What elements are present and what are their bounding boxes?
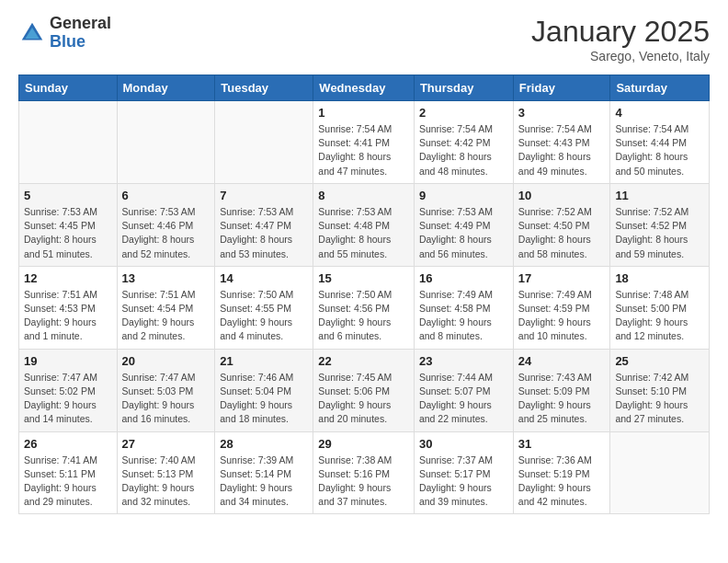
day-number: 25	[615, 354, 704, 368]
calendar-cell	[610, 431, 710, 514]
logo: General Blue	[18, 15, 111, 52]
day-number: 30	[419, 437, 508, 451]
day-number: 1	[318, 106, 409, 120]
calendar-cell: 20Sunrise: 7:47 AMSunset: 5:03 PMDayligh…	[117, 349, 215, 431]
calendar-week-row: 12Sunrise: 7:51 AMSunset: 4:53 PMDayligh…	[19, 266, 710, 349]
calendar-cell: 6Sunrise: 7:53 AMSunset: 4:46 PMDaylight…	[117, 183, 215, 266]
calendar-cell: 26Sunrise: 7:41 AMSunset: 5:11 PMDayligh…	[19, 431, 118, 514]
day-info: Sunrise: 7:37 AMSunset: 5:17 PMDaylight:…	[419, 454, 508, 510]
calendar-cell	[19, 101, 118, 184]
column-header-wednesday: Wednesday	[313, 75, 415, 101]
day-number: 12	[24, 271, 112, 285]
day-number: 29	[318, 437, 409, 451]
day-number: 10	[518, 189, 606, 202]
column-header-friday: Friday	[513, 75, 610, 101]
calendar-cell: 21Sunrise: 7:46 AMSunset: 5:04 PMDayligh…	[215, 349, 313, 431]
calendar-cell: 18Sunrise: 7:48 AMSunset: 5:00 PMDayligh…	[610, 266, 710, 349]
day-number: 4	[615, 106, 704, 120]
header: General Blue January 2025 Sarego, Veneto…	[18, 15, 710, 63]
day-number: 13	[122, 271, 210, 285]
day-info: Sunrise: 7:49 AMSunset: 4:58 PMDaylight:…	[419, 288, 508, 344]
day-info: Sunrise: 7:47 AMSunset: 5:03 PMDaylight:…	[122, 371, 210, 427]
day-number: 23	[419, 354, 508, 368]
month-title: January 2025	[531, 15, 710, 49]
day-info: Sunrise: 7:52 AMSunset: 4:52 PMDaylight:…	[615, 205, 704, 261]
calendar-cell: 8Sunrise: 7:53 AMSunset: 4:48 PMDaylight…	[313, 183, 415, 266]
day-info: Sunrise: 7:45 AMSunset: 5:06 PMDaylight:…	[318, 371, 409, 427]
day-number: 20	[122, 354, 210, 368]
calendar-cell: 29Sunrise: 7:38 AMSunset: 5:16 PMDayligh…	[313, 431, 415, 514]
calendar-cell: 19Sunrise: 7:47 AMSunset: 5:02 PMDayligh…	[19, 349, 118, 431]
column-header-sunday: Sunday	[19, 75, 118, 101]
column-header-saturday: Saturday	[610, 75, 710, 101]
calendar-cell: 4Sunrise: 7:54 AMSunset: 4:44 PMDaylight…	[610, 101, 710, 184]
day-number: 26	[24, 437, 112, 451]
calendar: SundayMondayTuesdayWednesdayThursdayFrid…	[18, 75, 710, 514]
calendar-cell: 30Sunrise: 7:37 AMSunset: 5:17 PMDayligh…	[414, 431, 513, 514]
day-info: Sunrise: 7:44 AMSunset: 5:07 PMDaylight:…	[419, 371, 508, 427]
calendar-cell: 16Sunrise: 7:49 AMSunset: 4:58 PMDayligh…	[414, 266, 513, 349]
calendar-cell: 1Sunrise: 7:54 AMSunset: 4:41 PMDaylight…	[313, 101, 415, 184]
day-info: Sunrise: 7:53 AMSunset: 4:47 PMDaylight:…	[220, 205, 308, 261]
logo-text: General Blue	[50, 15, 111, 52]
day-number: 19	[24, 354, 112, 368]
day-number: 22	[318, 354, 409, 368]
calendar-cell: 12Sunrise: 7:51 AMSunset: 4:53 PMDayligh…	[19, 266, 118, 349]
calendar-cell: 2Sunrise: 7:54 AMSunset: 4:42 PMDaylight…	[414, 101, 513, 184]
calendar-cell: 23Sunrise: 7:44 AMSunset: 5:07 PMDayligh…	[414, 349, 513, 431]
calendar-week-row: 1Sunrise: 7:54 AMSunset: 4:41 PMDaylight…	[19, 101, 710, 184]
day-info: Sunrise: 7:41 AMSunset: 5:11 PMDaylight:…	[24, 454, 112, 510]
day-number: 14	[220, 271, 308, 285]
day-number: 9	[419, 189, 508, 202]
day-info: Sunrise: 7:50 AMSunset: 4:55 PMDaylight:…	[220, 288, 308, 344]
day-number: 15	[318, 271, 409, 285]
calendar-cell: 22Sunrise: 7:45 AMSunset: 5:06 PMDayligh…	[313, 349, 415, 431]
day-number: 5	[24, 189, 112, 202]
day-number: 6	[122, 189, 210, 202]
day-info: Sunrise: 7:51 AMSunset: 4:53 PMDaylight:…	[24, 288, 112, 344]
calendar-header-row: SundayMondayTuesdayWednesdayThursdayFrid…	[19, 75, 710, 101]
day-number: 28	[220, 437, 308, 451]
calendar-cell: 11Sunrise: 7:52 AMSunset: 4:52 PMDayligh…	[610, 183, 710, 266]
day-info: Sunrise: 7:48 AMSunset: 5:00 PMDaylight:…	[615, 288, 704, 344]
page: General Blue January 2025 Sarego, Veneto…	[0, 0, 728, 529]
calendar-week-row: 26Sunrise: 7:41 AMSunset: 5:11 PMDayligh…	[19, 431, 710, 514]
day-number: 8	[318, 189, 409, 202]
day-info: Sunrise: 7:53 AMSunset: 4:49 PMDaylight:…	[419, 205, 508, 261]
day-number: 3	[518, 106, 606, 120]
calendar-cell: 28Sunrise: 7:39 AMSunset: 5:14 PMDayligh…	[215, 431, 313, 514]
day-info: Sunrise: 7:53 AMSunset: 4:45 PMDaylight:…	[24, 205, 112, 261]
calendar-cell: 5Sunrise: 7:53 AMSunset: 4:45 PMDaylight…	[19, 183, 118, 266]
day-number: 11	[615, 189, 704, 202]
day-info: Sunrise: 7:53 AMSunset: 4:46 PMDaylight:…	[122, 205, 210, 261]
day-info: Sunrise: 7:52 AMSunset: 4:50 PMDaylight:…	[518, 205, 606, 261]
day-info: Sunrise: 7:42 AMSunset: 5:10 PMDaylight:…	[615, 371, 704, 427]
day-info: Sunrise: 7:43 AMSunset: 5:09 PMDaylight:…	[518, 371, 606, 427]
column-header-monday: Monday	[117, 75, 215, 101]
day-info: Sunrise: 7:54 AMSunset: 4:44 PMDaylight:…	[615, 122, 704, 178]
day-info: Sunrise: 7:54 AMSunset: 4:41 PMDaylight:…	[318, 122, 409, 178]
calendar-week-row: 5Sunrise: 7:53 AMSunset: 4:45 PMDaylight…	[19, 183, 710, 266]
logo-general: General	[50, 15, 111, 33]
calendar-cell: 10Sunrise: 7:52 AMSunset: 4:50 PMDayligh…	[513, 183, 610, 266]
subtitle: Sarego, Veneto, Italy	[531, 49, 710, 63]
day-info: Sunrise: 7:49 AMSunset: 4:59 PMDaylight:…	[518, 288, 606, 344]
day-info: Sunrise: 7:46 AMSunset: 5:04 PMDaylight:…	[220, 371, 308, 427]
day-number: 31	[518, 437, 606, 451]
day-number: 7	[220, 189, 308, 202]
calendar-cell: 27Sunrise: 7:40 AMSunset: 5:13 PMDayligh…	[117, 431, 215, 514]
calendar-cell: 9Sunrise: 7:53 AMSunset: 4:49 PMDaylight…	[414, 183, 513, 266]
day-info: Sunrise: 7:54 AMSunset: 4:43 PMDaylight:…	[518, 122, 606, 178]
day-info: Sunrise: 7:50 AMSunset: 4:56 PMDaylight:…	[318, 288, 409, 344]
calendar-cell: 3Sunrise: 7:54 AMSunset: 4:43 PMDaylight…	[513, 101, 610, 184]
day-info: Sunrise: 7:40 AMSunset: 5:13 PMDaylight:…	[122, 454, 210, 510]
calendar-cell: 25Sunrise: 7:42 AMSunset: 5:10 PMDayligh…	[610, 349, 710, 431]
calendar-cell	[215, 101, 313, 184]
calendar-cell: 14Sunrise: 7:50 AMSunset: 4:55 PMDayligh…	[215, 266, 313, 349]
day-info: Sunrise: 7:51 AMSunset: 4:54 PMDaylight:…	[122, 288, 210, 344]
title-block: January 2025 Sarego, Veneto, Italy	[531, 15, 710, 63]
calendar-cell	[117, 101, 215, 184]
day-number: 16	[419, 271, 508, 285]
calendar-cell: 7Sunrise: 7:53 AMSunset: 4:47 PMDaylight…	[215, 183, 313, 266]
day-number: 21	[220, 354, 308, 368]
